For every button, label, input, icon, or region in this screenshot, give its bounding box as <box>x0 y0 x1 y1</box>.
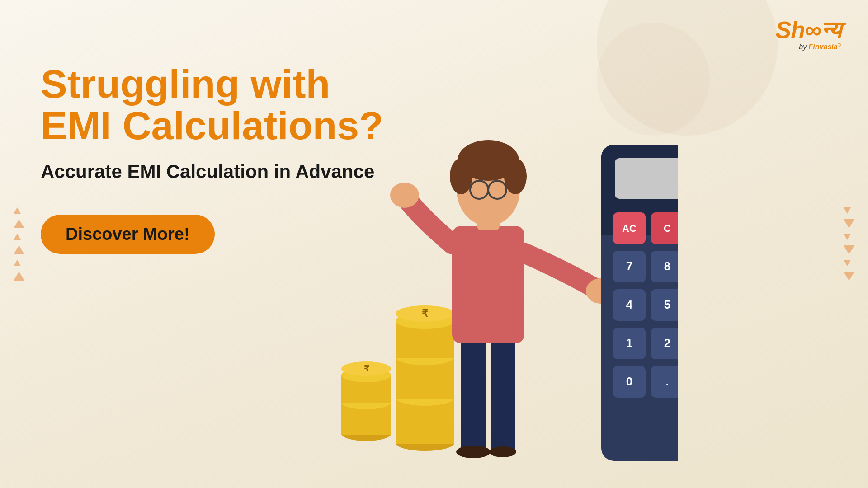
svg-text:4: 4 <box>626 298 633 311</box>
tri-right-5 <box>844 260 851 266</box>
tri-left-1 <box>14 207 21 214</box>
logo-infinity: ∞ <box>805 18 821 42</box>
tri-left-3 <box>14 234 21 240</box>
logo: Sh∞न्य by Finvasia® <box>775 18 841 51</box>
coin-stack-large: ₹ <box>396 305 454 451</box>
svg-text:₹: ₹ <box>364 364 369 373</box>
triangles-right <box>844 207 854 281</box>
illustration: ₹ ₹ <box>294 81 678 488</box>
tri-left-6 <box>14 272 24 281</box>
svg-rect-35 <box>615 158 678 199</box>
logo-brand-text: Sh∞न्य <box>775 18 841 42</box>
svg-text:C: C <box>664 223 671 234</box>
svg-text:AC: AC <box>622 223 637 234</box>
svg-point-30 <box>390 183 419 208</box>
svg-text:5: 5 <box>664 298 670 311</box>
tri-right-6 <box>844 272 854 281</box>
svg-text:0: 0 <box>626 375 632 388</box>
logo-finvasia: Finvasia® <box>809 43 841 51</box>
svg-point-25 <box>504 158 527 194</box>
coin-stack-small: ₹ <box>341 361 391 441</box>
svg-text:7: 7 <box>626 259 632 273</box>
tri-left-5 <box>14 260 21 266</box>
svg-text:.: . <box>665 375 669 388</box>
svg-rect-70 <box>651 366 678 398</box>
svg-text:1: 1 <box>626 336 632 350</box>
svg-text:₹: ₹ <box>422 308 429 319</box>
svg-point-18 <box>456 446 491 458</box>
svg-rect-20 <box>452 226 524 343</box>
svg-rect-17 <box>491 334 515 452</box>
tri-right-1 <box>844 207 851 214</box>
svg-rect-16 <box>461 334 486 452</box>
tri-right-3 <box>844 234 851 240</box>
tri-right-4 <box>844 245 854 254</box>
tri-right-2 <box>844 219 854 228</box>
svg-text:2: 2 <box>664 336 670 350</box>
tri-left-4 <box>14 245 24 254</box>
cta-button[interactable]: Discover More! <box>41 215 215 254</box>
svg-point-24 <box>450 158 472 194</box>
tri-left-2 <box>14 219 24 228</box>
logo-subtext: by Finvasia® <box>775 42 841 51</box>
triangles-left <box>14 207 24 281</box>
svg-text:8: 8 <box>664 259 670 273</box>
svg-point-19 <box>489 446 516 457</box>
